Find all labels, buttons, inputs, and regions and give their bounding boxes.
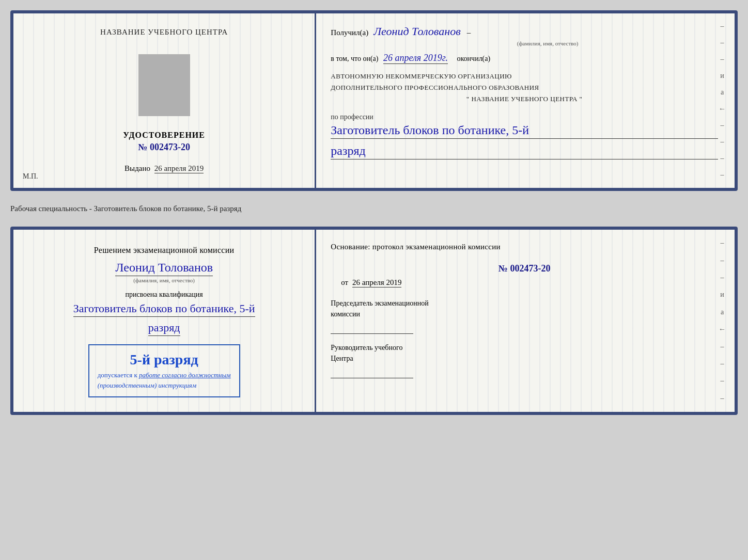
date-from-line: от 26 апреля 2019 xyxy=(331,278,718,287)
fio-sublabel-top: (фамилия, имя, отчество) xyxy=(377,40,718,46)
bottom-document-card: Решением экзаменационной комиссии Леонид… xyxy=(10,227,738,415)
issued-line: Выдано 26 апреля 2019 xyxy=(124,164,204,173)
profession-label: по профессии xyxy=(331,113,373,121)
bottom-doc-left: Решением экзаменационной комиссии Леонид… xyxy=(13,230,316,412)
org-line2: ДОПОЛНИТЕЛЬНОГО ПРОФЕССИОНАЛЬНОГО ОБРАЗО… xyxy=(331,82,718,93)
chairman-title1: Председатель экзаменационной xyxy=(331,299,428,307)
chairman-title2: комиссии xyxy=(331,310,360,318)
photo-placeholder xyxy=(138,54,190,116)
qualification: Заготовитель блоков по ботанике, 5-й xyxy=(73,302,255,317)
date-from-value: 26 апреля 2019 xyxy=(352,278,402,287)
finished-label: окончил(а) xyxy=(457,55,491,62)
assigned-text: присвоена квалификация xyxy=(126,291,203,299)
director-title1: Руководитель учебного xyxy=(331,344,402,351)
basis-title: Основание: протокол экзаменационной коми… xyxy=(331,241,718,253)
mp-label: М.П. xyxy=(23,172,38,181)
chairman-title: Председатель экзаменационной комиссии xyxy=(331,298,718,319)
bottom-right-dashes: – – – и а ← – – – – xyxy=(717,230,727,412)
issued-label: Выдано xyxy=(124,164,150,172)
bottom-doc-right: Основание: протокол экзаменационной коми… xyxy=(316,230,735,412)
profession-block: по профессии Заготовитель блоков по бота… xyxy=(331,113,718,159)
recipient-line: Получил(а) Леонид Толованов – xyxy=(331,25,718,38)
org-line1: АВТОНОМНУЮ НЕКОММЕРЧЕСКУЮ ОРГАНИЗАЦИЮ xyxy=(331,71,718,82)
dash-after-name: – xyxy=(467,28,471,37)
certified-label: в том, что он(а) xyxy=(331,55,378,62)
razryad-bottom: разряд xyxy=(148,321,180,336)
director-title2: Центра xyxy=(331,355,353,362)
fio-sublabel: (фамилия, имя, отчество) xyxy=(377,40,718,46)
training-center-title: НАЗВАНИЕ УЧЕБНОГО ЦЕНТРА xyxy=(100,28,228,37)
stamp-allowed-label: допускается к xyxy=(98,371,137,379)
received-label: Получил(а) xyxy=(331,28,368,37)
cert-number: № 002473-20 xyxy=(138,142,190,153)
stamp-rank: 5-й разряд xyxy=(98,351,231,368)
chairman-block: Председатель экзаменационной комиссии xyxy=(331,298,718,334)
org-block: АВТОНОМНУЮ НЕКОММЕРЧЕСКУЮ ОРГАНИЗАЦИЮ ДО… xyxy=(331,71,718,105)
recipient-name: Леонид Толованов xyxy=(373,25,461,38)
razryad: разряд xyxy=(331,144,718,159)
certified-line: в том, что он(а) 26 апреля 2019г. окончи… xyxy=(331,53,718,63)
certified-date: 26 апреля 2019г. xyxy=(383,53,448,64)
org-name: " НАЗВАНИЕ УЧЕБНОГО ЦЕНТРА " xyxy=(331,93,718,105)
protocol-number: № 002473-20 xyxy=(331,263,718,274)
director-block: Руководитель учебного Центра xyxy=(331,342,718,378)
fio-sublabel-bottom: (фамилия, имя, отчество) xyxy=(133,277,195,283)
stamp-work: работе согласно должностным xyxy=(139,371,231,379)
stamp-allowed-block: допускается к работе согласно должностны… xyxy=(98,370,231,390)
director-signature-line xyxy=(331,368,413,378)
issued-date: 26 апреля 2019 xyxy=(154,164,204,173)
stamp-instructions: (производственным) инструкциям xyxy=(98,381,197,389)
top-document-card: НАЗВАНИЕ УЧЕБНОГО ЦЕНТРА УДОСТОВЕРЕНИЕ №… xyxy=(10,10,738,191)
commission-text: Решением экзаменационной комиссии xyxy=(94,244,235,257)
date-from-prefix: от xyxy=(341,278,348,286)
right-dashes: – – – и а ← – – – – xyxy=(717,13,727,188)
director-title: Руководитель учебного Центра xyxy=(331,342,718,364)
separator-text: Рабочая специальность - Заготовитель бло… xyxy=(10,200,738,217)
profession-name: Заготовитель блоков по ботанике, 5-й xyxy=(331,123,718,139)
page-wrapper: НАЗВАНИЕ УЧЕБНОГО ЦЕНТРА УДОСТОВЕРЕНИЕ №… xyxy=(10,10,738,415)
top-doc-right: Получил(а) Леонид Толованов – (фамилия, … xyxy=(316,13,735,188)
chairman-signature-line xyxy=(331,324,413,334)
stamp-box: 5-й разряд допускается к работе согласно… xyxy=(88,344,240,397)
cert-label: УДОСТОВЕРЕНИЕ xyxy=(123,131,205,140)
top-doc-left: НАЗВАНИЕ УЧЕБНОГО ЦЕНТРА УДОСТОВЕРЕНИЕ №… xyxy=(13,13,316,188)
person-name: Леонид Толованов xyxy=(115,261,213,276)
